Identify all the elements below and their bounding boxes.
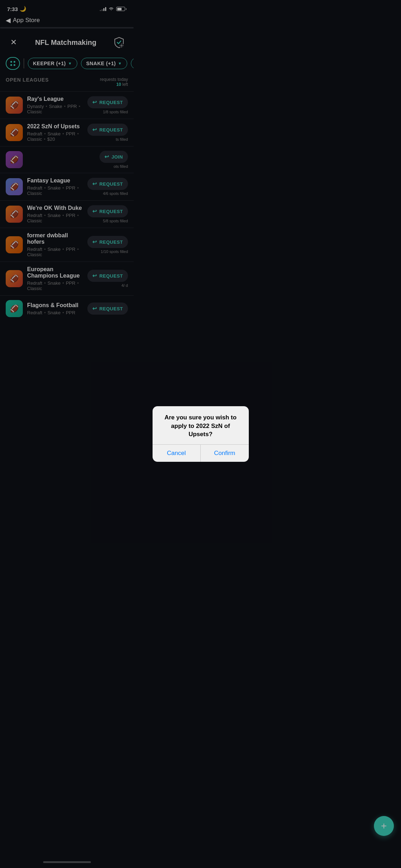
- modal-overlay[interactable]: Are you sure you wish to apply to 2022 S…: [0, 0, 134, 321]
